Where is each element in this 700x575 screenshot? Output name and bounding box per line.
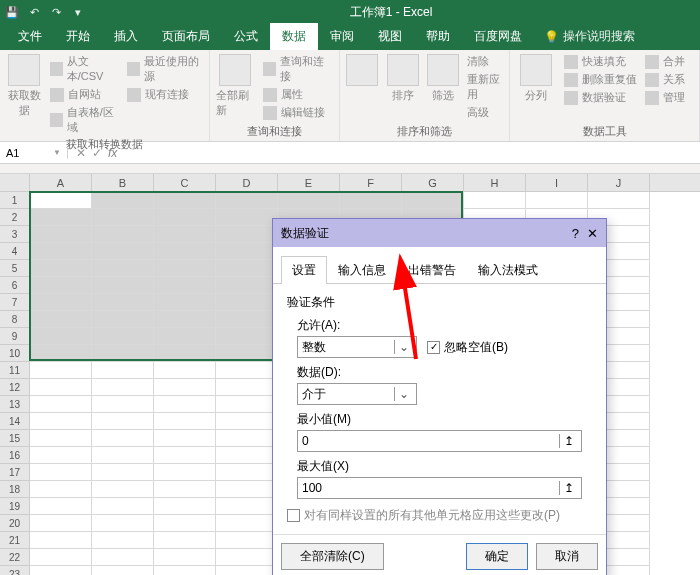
cell[interactable] (216, 379, 278, 396)
cell[interactable] (92, 192, 154, 209)
cell[interactable] (30, 379, 92, 396)
cell[interactable] (92, 243, 154, 260)
cell[interactable] (92, 362, 154, 379)
column-header[interactable]: H (464, 174, 526, 191)
fx-icon[interactable]: fx (108, 146, 123, 160)
enter-fx-icon[interactable]: ✓ (92, 146, 102, 160)
cell[interactable] (154, 532, 216, 549)
tab-review[interactable]: 审阅 (318, 23, 366, 50)
text-to-columns[interactable]: 分列 (516, 54, 556, 103)
clear-filter[interactable]: 清除 (467, 54, 503, 69)
ok-button[interactable]: 确定 (466, 543, 528, 570)
cell[interactable] (30, 243, 92, 260)
from-text-csv[interactable]: 从文本/CSV (50, 54, 119, 84)
cell[interactable] (154, 464, 216, 481)
cell[interactable] (154, 481, 216, 498)
cell[interactable] (216, 430, 278, 447)
row-header[interactable]: 23 (0, 566, 30, 575)
cell[interactable] (30, 294, 92, 311)
cell[interactable] (92, 498, 154, 515)
cell[interactable] (340, 192, 402, 209)
row-header[interactable]: 2 (0, 209, 30, 226)
cell[interactable] (92, 345, 154, 362)
cell[interactable] (92, 379, 154, 396)
column-header[interactable]: J (588, 174, 650, 191)
row-header[interactable]: 18 (0, 481, 30, 498)
refresh-all-button[interactable]: 全部刷新 (216, 54, 255, 118)
cell[interactable] (154, 430, 216, 447)
cell[interactable] (154, 413, 216, 430)
cell[interactable] (92, 277, 154, 294)
cell[interactable] (216, 549, 278, 566)
cell[interactable] (216, 498, 278, 515)
row-header[interactable]: 22 (0, 549, 30, 566)
ignore-blank-checkbox[interactable]: ✓ 忽略空值(B) (427, 339, 508, 356)
tab-home[interactable]: 开始 (54, 23, 102, 50)
cell[interactable] (464, 192, 526, 209)
column-header[interactable]: G (402, 174, 464, 191)
clear-all-button[interactable]: 全部清除(C) (281, 543, 384, 570)
row-header[interactable]: 5 (0, 260, 30, 277)
reapply-filter[interactable]: 重新应用 (467, 72, 503, 102)
cell[interactable] (30, 260, 92, 277)
flash-fill[interactable]: 快速填充 (564, 54, 637, 69)
cell[interactable] (216, 328, 278, 345)
cell[interactable] (154, 379, 216, 396)
data-validation[interactable]: 数据验证 (564, 90, 637, 105)
cell[interactable] (216, 226, 278, 243)
sort-button[interactable]: 排序 (386, 54, 418, 103)
cell[interactable] (154, 566, 216, 575)
cell[interactable] (30, 566, 92, 575)
column-header[interactable]: A (30, 174, 92, 191)
row-header[interactable]: 12 (0, 379, 30, 396)
cell[interactable] (402, 192, 464, 209)
remove-dup[interactable]: 删除重复值 (564, 72, 637, 87)
close-icon[interactable]: ✕ (587, 226, 598, 241)
cell[interactable] (30, 328, 92, 345)
cell[interactable] (154, 362, 216, 379)
cell[interactable] (216, 362, 278, 379)
from-table[interactable]: 自表格/区域 (50, 105, 119, 135)
cell[interactable] (216, 345, 278, 362)
qat-dropdown-icon[interactable]: ▾ (70, 4, 86, 20)
row-header[interactable]: 3 (0, 226, 30, 243)
cell[interactable] (92, 209, 154, 226)
column-header[interactable]: I (526, 174, 588, 191)
cell[interactable] (30, 430, 92, 447)
cell[interactable] (92, 311, 154, 328)
recent-sources[interactable]: 最近使用的源 (127, 54, 203, 84)
cell[interactable] (92, 328, 154, 345)
relationships[interactable]: 关系 (645, 72, 685, 87)
filter-button[interactable]: 筛选 (427, 54, 459, 103)
allow-select[interactable]: 整数 ⌄ (297, 336, 417, 358)
cell[interactable] (30, 345, 92, 362)
row-header[interactable]: 7 (0, 294, 30, 311)
cell[interactable] (216, 260, 278, 277)
edit-links[interactable]: 编辑链接 (263, 105, 333, 120)
properties[interactable]: 属性 (263, 87, 333, 102)
row-header[interactable]: 13 (0, 396, 30, 413)
row-header[interactable]: 1 (0, 192, 30, 209)
cancel-fx-icon[interactable]: ✕ (76, 146, 86, 160)
queries-conn[interactable]: 查询和连接 (263, 54, 333, 84)
cell[interactable] (216, 243, 278, 260)
cancel-button[interactable]: 取消 (536, 543, 598, 570)
row-header[interactable]: 4 (0, 243, 30, 260)
cell[interactable] (92, 294, 154, 311)
tell-me[interactable]: 💡 操作说明搜索 (544, 28, 635, 50)
cell[interactable] (154, 311, 216, 328)
cell[interactable] (154, 515, 216, 532)
cell[interactable] (526, 192, 588, 209)
column-header[interactable]: D (216, 174, 278, 191)
tab-layout[interactable]: 页面布局 (150, 23, 222, 50)
row-header[interactable]: 17 (0, 464, 30, 481)
cell[interactable] (30, 498, 92, 515)
cell[interactable] (216, 447, 278, 464)
tab-ime-mode[interactable]: 输入法模式 (467, 256, 549, 284)
range-picker-icon[interactable]: ↥ (559, 434, 577, 448)
cell[interactable] (216, 481, 278, 498)
cell[interactable] (92, 515, 154, 532)
cell[interactable] (30, 192, 92, 209)
tab-formulas[interactable]: 公式 (222, 23, 270, 50)
cell[interactable] (30, 311, 92, 328)
